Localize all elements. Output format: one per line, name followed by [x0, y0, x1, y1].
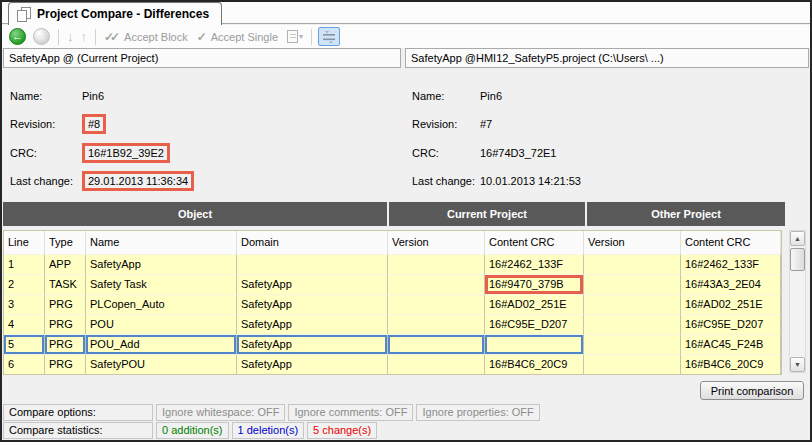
cell-current-crc[interactable]: 16#C95E_D207 [485, 314, 584, 334]
toolbar-separator [311, 29, 312, 45]
accept-single-button[interactable]: ✓ Accept Single [195, 27, 282, 46]
table-row[interactable]: 2 TASK Safety Task SafetyApp 16#9470_379… [4, 274, 781, 294]
table-scrollbar[interactable]: ▲ ▼ [789, 230, 806, 373]
accept-block-button[interactable]: ✓✓ Accept Block [102, 27, 192, 46]
scroll-down-button[interactable]: ▼ [790, 357, 805, 372]
cell-other-crc[interactable]: 16#C95E_D207 [681, 314, 781, 334]
diff-highlighted-value: #8 [82, 114, 106, 134]
cell-name[interactable]: Safety Task [86, 274, 237, 294]
cell-name[interactable]: SafetyPOU [86, 354, 237, 374]
cell-current-crc[interactable] [485, 334, 584, 354]
cell-other-version[interactable] [584, 274, 681, 294]
field-value: Pin6 [82, 90, 104, 102]
document-compare-icon [17, 7, 31, 22]
cell-name[interactable]: PLCopen_Auto [86, 294, 237, 314]
cell-type[interactable]: APP [45, 254, 86, 274]
field-value: 10.01.2013 14:21:53 [480, 175, 581, 187]
cell-type[interactable]: TASK [45, 274, 86, 294]
cell-domain[interactable]: SafetyApp [237, 294, 388, 314]
cell-current-crc[interactable]: 16#AD02_251E [485, 294, 584, 314]
cell-name[interactable]: POU [86, 314, 237, 334]
cell-domain[interactable]: SafetyApp [237, 354, 388, 374]
current-project-header-box[interactable]: SafetyApp @ (Current Project) [3, 48, 401, 68]
print-comparison-button[interactable]: Print comparison [700, 381, 804, 400]
cell-line[interactable]: 6 [4, 354, 45, 374]
other-project-header-box[interactable]: SafetyApp @HMI12_SafetyP5.project (C:\Us… [405, 48, 809, 68]
table-row[interactable]: 6 PRG SafetyPOU SafetyApp 16#B4C6_20C9 1… [4, 354, 781, 374]
field-label: Name: [412, 90, 480, 102]
field-row-lastchange-right: Last change: 10.01.2013 14:21:53 [412, 171, 581, 191]
forward-button[interactable]: → [31, 27, 52, 46]
cell-other-crc[interactable]: 16#AC45_F24B [681, 334, 781, 354]
split-view-toggle-button[interactable] [318, 27, 340, 46]
field-label: Revision: [10, 118, 82, 130]
cell-type[interactable]: PRG [45, 334, 86, 354]
cell-other-crc[interactable]: 16#B4C6_20C9 [681, 354, 781, 374]
cell-type[interactable]: PRG [45, 294, 86, 314]
cell-current-version[interactable] [388, 354, 485, 374]
cell-current-crc-diff-highlighted[interactable]: 16#9470_379B [485, 274, 584, 294]
cell-current-version[interactable] [388, 334, 485, 354]
scrollbar-thumb[interactable] [790, 248, 805, 271]
cell-current-crc[interactable]: 16#2462_133F [485, 254, 584, 274]
column-header-current-version[interactable]: Version [388, 231, 485, 254]
cell-domain[interactable]: SafetyApp [237, 274, 388, 294]
column-header-domain[interactable]: Domain [237, 231, 388, 254]
toolbar-separator [95, 29, 96, 45]
cell-current-version[interactable] [388, 294, 485, 314]
cell-other-crc[interactable]: 16#2462_133F [681, 254, 781, 274]
cell-line[interactable]: 3 [4, 294, 45, 314]
accept-options-dropdown-button[interactable]: ▾ [285, 27, 305, 46]
cell-name[interactable]: SafetyApp [86, 254, 237, 274]
next-difference-button[interactable]: ↓ [65, 27, 76, 46]
cell-type[interactable]: PRG [45, 354, 86, 374]
cell-line[interactable]: 5 [4, 334, 45, 354]
cell-current-version[interactable] [388, 274, 485, 294]
field-value: Pin6 [480, 90, 502, 102]
group-header-other-project: Other Project [587, 202, 785, 226]
cell-current-version[interactable] [388, 314, 485, 334]
cell-current-crc[interactable]: 16#B4C6_20C9 [485, 354, 584, 374]
cell-current-version[interactable] [388, 254, 485, 274]
column-header-name[interactable]: Name [86, 231, 237, 254]
cell-other-version[interactable] [584, 294, 681, 314]
cell-domain[interactable]: SafetyApp [237, 334, 388, 354]
back-button[interactable]: ← [7, 27, 28, 46]
column-header-other-version[interactable]: Version [584, 231, 681, 254]
field-row-name-right: Name: Pin6 [412, 86, 502, 106]
column-header-current-crc[interactable]: Content CRC [485, 231, 584, 254]
cell-type[interactable]: PRG [45, 314, 86, 334]
field-row-revision-left: Revision: #8 [10, 114, 106, 134]
field-value: 16#74D3_72E1 [480, 147, 556, 159]
toolbar: ← → ↓ ↑ ✓✓ Accept Block ✓ Accept Single … [2, 25, 810, 48]
accept-page-icon [287, 30, 298, 43]
ignore-comments-status: Ignore comments: OFF [288, 404, 413, 421]
cell-line[interactable]: 2 [4, 274, 45, 294]
tab-project-compare[interactable]: Project Compare - Differences [8, 2, 222, 25]
split-view-icon [322, 31, 336, 43]
table-row[interactable]: 3 PRG PLCopen_Auto SafetyApp 16#AD02_251… [4, 294, 781, 314]
table-row[interactable]: 1 APP SafetyApp 16#2462_133F 16#2462_133… [4, 254, 781, 274]
cell-other-version[interactable] [584, 334, 681, 354]
back-icon: ← [9, 28, 26, 45]
column-header-other-crc[interactable]: Content CRC [681, 231, 781, 254]
cell-name[interactable]: POU_Add [86, 334, 237, 354]
table-row-selected[interactable]: 5 PRG POU_Add SafetyApp 16#AC45_F24B [4, 334, 781, 354]
cell-other-version[interactable] [584, 254, 681, 274]
column-header-type[interactable]: Type [45, 231, 86, 254]
forward-icon: → [33, 28, 50, 45]
cell-other-crc[interactable]: 16#AD02_251E [681, 294, 781, 314]
table-row[interactable]: 4 PRG POU SafetyApp 16#C95E_D207 16#C95E… [4, 314, 781, 334]
scroll-up-button[interactable]: ▲ [790, 231, 805, 246]
column-header-line[interactable]: Line [4, 231, 45, 254]
cell-domain[interactable]: SafetyApp [237, 314, 388, 334]
cell-line[interactable]: 1 [4, 254, 45, 274]
cell-line[interactable]: 4 [4, 314, 45, 334]
previous-difference-button[interactable]: ↑ [79, 27, 90, 46]
cell-other-crc[interactable]: 16#43A3_2E04 [681, 274, 781, 294]
cell-domain[interactable] [237, 254, 388, 274]
cell-other-version[interactable] [584, 354, 681, 374]
additions-count: 0 addition(s) [156, 422, 229, 439]
dropdown-chevron-icon: ▾ [299, 32, 303, 41]
cell-other-version[interactable] [584, 314, 681, 334]
